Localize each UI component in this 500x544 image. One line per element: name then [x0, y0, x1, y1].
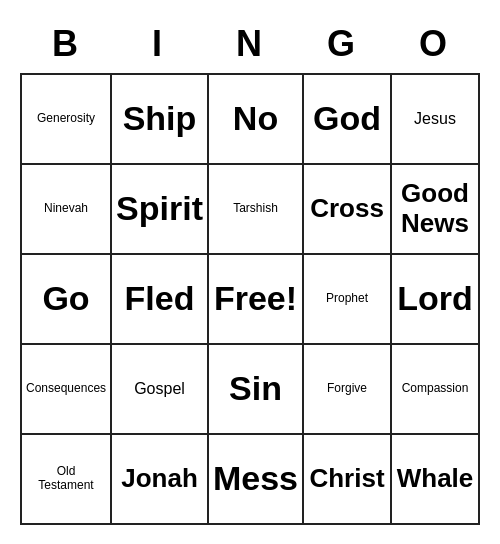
cell-r2-c3: Prophet	[304, 255, 392, 345]
cell-text-r4-c3: Christ	[309, 464, 384, 494]
cell-r0-c1: Ship	[112, 75, 209, 165]
cell-r0-c0: Generosity	[22, 75, 112, 165]
cell-text-r1-c3: Cross	[310, 194, 384, 224]
cell-text-r0-c4: Jesus	[414, 110, 456, 128]
cell-text-r1-c4: Good News	[401, 179, 469, 239]
cell-r1-c0: Ninevah	[22, 165, 112, 255]
cell-r0-c2: No	[209, 75, 304, 165]
cell-r3-c2: Sin	[209, 345, 304, 435]
cell-r1-c2: Tarshish	[209, 165, 304, 255]
cell-r3-c0: Consequences	[22, 345, 112, 435]
cell-r0-c3: God	[304, 75, 392, 165]
cell-r3-c1: Gospel	[112, 345, 209, 435]
cell-text-r0-c0: Generosity	[37, 112, 95, 126]
header-letter: O	[388, 19, 480, 73]
cell-text-r2-c4: Lord	[397, 279, 473, 318]
cell-text-r2-c2: Free!	[214, 279, 297, 318]
cell-text-r4-c2: Mess	[213, 459, 298, 498]
cell-r1-c1: Spirit	[112, 165, 209, 255]
cell-r4-c0: Old Testament	[22, 435, 112, 525]
cell-r3-c4: Compassion	[392, 345, 480, 435]
header-letter: N	[204, 19, 296, 73]
cell-r4-c4: Whale	[392, 435, 480, 525]
cell-text-r2-c0: Go	[42, 279, 89, 318]
bingo-header: BINGO	[20, 19, 480, 73]
cell-text-r2-c1: Fled	[125, 279, 195, 318]
cell-r1-c4: Good News	[392, 165, 480, 255]
cell-text-r3-c3: Forgive	[327, 382, 367, 396]
cell-text-r3-c2: Sin	[229, 369, 282, 408]
cell-text-r2-c3: Prophet	[326, 292, 368, 306]
cell-text-r3-c4: Compassion	[402, 382, 469, 396]
cell-text-r1-c0: Ninevah	[44, 202, 88, 216]
bingo-card: BINGO GenerosityShipNoGodJesusNinevahSpi…	[10, 9, 490, 535]
cell-r3-c3: Forgive	[304, 345, 392, 435]
cell-r2-c1: Fled	[112, 255, 209, 345]
cell-text-r4-c4: Whale	[397, 464, 474, 494]
cell-r1-c3: Cross	[304, 165, 392, 255]
cell-text-r3-c0: Consequences	[26, 382, 106, 396]
cell-r2-c0: Go	[22, 255, 112, 345]
cell-r0-c4: Jesus	[392, 75, 480, 165]
header-letter: B	[20, 19, 112, 73]
cell-r4-c1: Jonah	[112, 435, 209, 525]
cell-r4-c2: Mess	[209, 435, 304, 525]
cell-r4-c3: Christ	[304, 435, 392, 525]
cell-text-r3-c1: Gospel	[134, 380, 185, 398]
cell-text-r0-c3: God	[313, 99, 381, 138]
header-letter: G	[296, 19, 388, 73]
cell-text-r4-c1: Jonah	[121, 464, 198, 494]
header-letter: I	[112, 19, 204, 73]
cell-text-r0-c1: Ship	[123, 99, 197, 138]
cell-r2-c4: Lord	[392, 255, 480, 345]
cell-text-r4-c0: Old Testament	[38, 465, 93, 493]
bingo-grid: GenerosityShipNoGodJesusNinevahSpiritTar…	[20, 73, 480, 525]
cell-text-r1-c2: Tarshish	[233, 202, 278, 216]
cell-r2-c2: Free!	[209, 255, 304, 345]
cell-text-r1-c1: Spirit	[116, 189, 203, 228]
cell-text-r0-c2: No	[233, 99, 278, 138]
